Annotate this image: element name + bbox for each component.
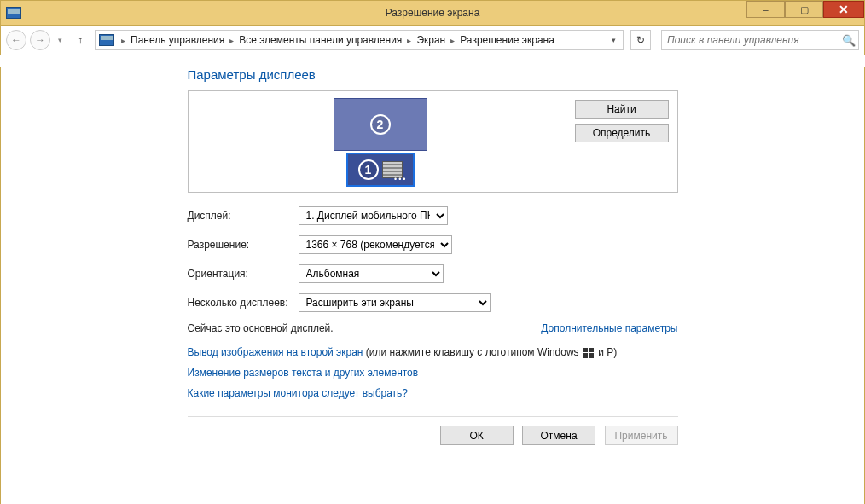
advanced-settings-link[interactable]: Дополнительные параметры xyxy=(541,322,677,334)
breadcrumb-sep: ▸ xyxy=(229,36,234,45)
monitor-number: 2 xyxy=(370,114,391,135)
monitor-number: 1 xyxy=(358,159,379,180)
breadcrumb-sep: ▸ xyxy=(407,36,411,45)
refresh-icon: ↻ xyxy=(636,34,645,46)
close-button[interactable]: ✕ xyxy=(823,1,864,18)
breadcrumb-sep: ▸ xyxy=(121,36,125,45)
page-heading: Параметры дисплеев xyxy=(188,67,678,82)
multi-display-select[interactable]: Расширить эти экраны xyxy=(299,293,491,312)
breadcrumb-item[interactable]: Панель управления xyxy=(129,34,226,46)
cancel-button[interactable]: Отмена xyxy=(522,426,595,445)
text-size-link[interactable]: Изменение размеров текста и других элеме… xyxy=(188,367,419,379)
resolution-select[interactable]: 1366 × 768 (рекомендуется) xyxy=(299,235,452,254)
history-dropdown[interactable]: ▾ xyxy=(54,32,66,48)
arrow-up-icon: ↑ xyxy=(78,34,83,46)
project-link-row: Вывод изображения на второй экран (или н… xyxy=(188,346,678,358)
breadcrumb-dropdown[interactable]: ▾ xyxy=(608,36,619,44)
monitor-icon xyxy=(99,34,114,46)
breadcrumb-item[interactable]: Разрешение экрана xyxy=(458,34,556,46)
maximize-button[interactable]: ▢ xyxy=(785,1,823,18)
refresh-button[interactable]: ↻ xyxy=(630,30,651,50)
content-area: Параметры дисплеев 2 1 ••• Найти Определ… xyxy=(0,67,865,504)
monitor-2[interactable]: 2 xyxy=(334,98,427,151)
up-button[interactable]: ↑ xyxy=(73,34,88,46)
back-button[interactable]: ← xyxy=(6,30,26,50)
breadcrumb[interactable]: ▸ Панель управления ▸ Все элементы панел… xyxy=(95,30,624,50)
breadcrumb-sep: ▸ xyxy=(450,36,455,45)
arrow-right-icon: → xyxy=(35,34,45,46)
title-bar: Разрешение экрана – ▢ ✕ xyxy=(0,0,865,26)
project-link[interactable]: Вывод изображения на второй экран xyxy=(188,346,363,358)
project-suffix-after: и P) xyxy=(595,346,617,358)
breadcrumb-item[interactable]: Все элементы панели управления xyxy=(237,34,403,46)
detect-button[interactable]: Найти xyxy=(575,100,669,119)
display-select[interactable]: 1. Дисплей мобильного ПК xyxy=(299,206,448,225)
ok-button[interactable]: ОК xyxy=(440,426,514,445)
nav-toolbar: ← → ▾ ↑ ▸ Панель управления ▸ Все элемен… xyxy=(0,26,865,55)
resize-grip-icon: ••• xyxy=(394,175,407,183)
close-icon: ✕ xyxy=(839,3,849,16)
search-box[interactable]: 🔍 xyxy=(661,30,859,50)
arrow-left-icon: ← xyxy=(11,34,21,46)
apply-button[interactable]: Применить xyxy=(605,426,678,445)
minimize-button[interactable]: – xyxy=(746,1,785,18)
primary-display-text: Сейчас это основной дисплей. xyxy=(188,322,334,334)
breadcrumb-item[interactable]: Экран xyxy=(415,34,447,46)
monitor-1-selected[interactable]: 1 ••• xyxy=(346,153,415,187)
window-controls: – ▢ ✕ xyxy=(746,1,864,25)
orientation-label: Ориентация: xyxy=(188,268,299,280)
forward-button[interactable]: → xyxy=(30,30,50,50)
display-label: Дисплей: xyxy=(188,210,299,222)
display-arranger[interactable]: 2 1 ••• Найти Определить xyxy=(188,90,678,193)
search-input[interactable] xyxy=(662,34,839,46)
dialog-buttons: ОК Отмена Применить xyxy=(188,416,678,445)
chevron-down-icon: ▾ xyxy=(58,36,62,44)
monitor-canvas[interactable]: 2 1 ••• xyxy=(189,91,566,192)
maximize-icon: ▢ xyxy=(800,4,809,15)
app-icon xyxy=(6,7,21,19)
resolution-label: Разрешение: xyxy=(188,239,299,251)
minimize-icon: – xyxy=(763,4,768,14)
orientation-select[interactable]: Альбомная xyxy=(299,264,444,283)
window-title: Разрешение экрана xyxy=(1,7,864,19)
project-suffix-before: (или нажмите клавишу с логотипом Windows xyxy=(363,346,581,358)
identify-button[interactable]: Определить xyxy=(575,124,669,142)
multi-display-label: Несколько дисплеев: xyxy=(188,297,299,309)
search-icon[interactable]: 🔍 xyxy=(839,34,858,47)
help-link[interactable]: Какие параметры монитора следует выбрать… xyxy=(188,387,409,399)
windows-logo-icon xyxy=(583,348,594,358)
